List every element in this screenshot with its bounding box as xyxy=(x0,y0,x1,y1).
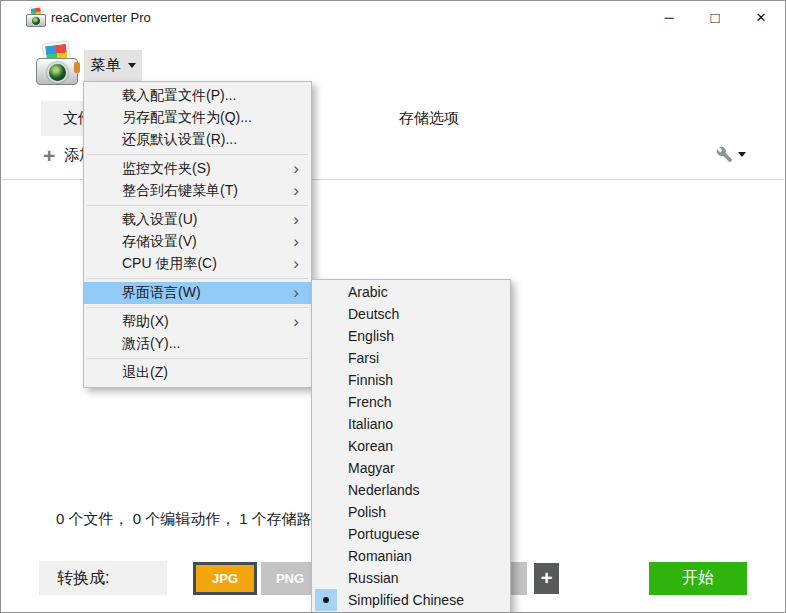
menu-item-label: 载入配置文件(P)... xyxy=(122,87,236,105)
language-item[interactable]: Simplified Chinese xyxy=(312,589,510,611)
menu-item[interactable]: 监控文件夹(S)› xyxy=(84,158,311,180)
add-format-button[interactable]: + xyxy=(534,563,559,594)
menu-separator xyxy=(87,154,308,155)
chevron-right-icon: › xyxy=(293,159,299,179)
language-submenu-popup: ArabicDeutschEnglishFarsiFinnishFrenchIt… xyxy=(311,279,511,613)
language-item[interactable]: Nederlands xyxy=(312,479,510,501)
menu-item-label: 存储设置(V) xyxy=(122,233,197,251)
chevron-right-icon: › xyxy=(293,312,299,332)
tab-save-options-label: 存储选项 xyxy=(399,109,459,128)
menu-separator xyxy=(87,278,308,279)
language-item-label: Arabic xyxy=(348,284,388,300)
menu-item-label: 界面语言(W) xyxy=(122,284,201,302)
chevron-right-icon: › xyxy=(293,283,299,303)
menu-item-label: 另存配置文件为(Q)... xyxy=(122,109,252,127)
chevron-right-icon: › xyxy=(293,181,299,201)
menu-separator xyxy=(87,205,308,206)
language-item[interactable]: Polish xyxy=(312,501,510,523)
close-button[interactable]: ✕ xyxy=(738,2,784,33)
app-window: reaConverter Pro ─ □ ✕ 菜单 文件 存储选项 + 添加文件… xyxy=(0,0,786,613)
language-item-label: Russian xyxy=(348,570,399,586)
menu-separator xyxy=(87,307,308,308)
menu-item-label: 载入设置(U) xyxy=(122,211,197,229)
format-button-jpg[interactable]: JPG xyxy=(193,562,257,595)
language-item-label: Farsi xyxy=(348,350,379,366)
language-item-label: French xyxy=(348,394,392,410)
language-item-label: Finnish xyxy=(348,372,393,388)
menu-item-label: 激活(Y)... xyxy=(122,335,180,353)
language-item-label: Magyar xyxy=(348,460,395,476)
language-item-label: Romanian xyxy=(348,548,412,564)
language-item-label: Deutsch xyxy=(348,306,399,322)
window-title: reaConverter Pro xyxy=(51,10,151,25)
menu-button-label: 菜单 xyxy=(91,56,121,75)
camera-lens-icon xyxy=(31,16,41,26)
menu-item[interactable]: 载入配置文件(P)... xyxy=(84,85,311,107)
convert-to-label: 转换成: xyxy=(39,561,167,595)
language-item[interactable]: Romanian xyxy=(312,545,510,567)
camera-lens-icon xyxy=(47,62,68,83)
roller-icon xyxy=(74,62,80,73)
language-item[interactable]: Finnish xyxy=(312,369,510,391)
language-item[interactable]: Italiano xyxy=(312,413,510,435)
language-item-label: Simplified Chinese xyxy=(348,592,464,608)
status-text: 0 个文件， 0 个编辑动作， 1 个存储路径 xyxy=(56,510,327,529)
chevron-right-icon: › xyxy=(293,210,299,230)
menu-item-label: 退出(Z) xyxy=(122,364,168,382)
language-item-label: English xyxy=(348,328,394,344)
plus-icon: + xyxy=(43,145,55,166)
menu-popup: 载入配置文件(P)...另存配置文件为(Q)...还原默认设置(R)...监控文… xyxy=(83,81,312,388)
language-item[interactable]: Magyar xyxy=(312,457,510,479)
language-item-label: Portuguese xyxy=(348,526,420,542)
chevron-right-icon: › xyxy=(293,232,299,252)
menu-item-label: CPU 使用率(C) xyxy=(122,255,217,273)
minimize-button[interactable]: ─ xyxy=(646,2,692,33)
menu-item[interactable]: 载入设置(U)› xyxy=(84,209,311,231)
menu-item[interactable]: 退出(Z) xyxy=(84,362,311,384)
language-item[interactable]: Korean xyxy=(312,435,510,457)
language-item[interactable]: Deutsch xyxy=(312,303,510,325)
window-controls: ─ □ ✕ xyxy=(646,2,784,33)
menu-item[interactable]: 存储设置(V)› xyxy=(84,231,311,253)
menu-item[interactable]: CPU 使用率(C)› xyxy=(84,253,311,275)
menu-button[interactable]: 菜单 xyxy=(84,50,142,81)
chevron-down-icon xyxy=(128,63,136,68)
app-icon xyxy=(26,7,46,27)
language-item[interactable]: Arabic xyxy=(312,281,510,303)
menu-item-label: 整合到右键菜单(T) xyxy=(122,182,238,200)
chevron-right-icon: › xyxy=(293,254,299,274)
menu-item[interactable]: 界面语言(W)› xyxy=(84,282,311,304)
wrench-icon xyxy=(716,146,733,163)
tab-save-options[interactable]: 存储选项 xyxy=(366,101,492,136)
menu-item-label: 帮助(X) xyxy=(122,313,169,331)
chevron-down-icon xyxy=(738,152,746,157)
file-options-button[interactable] xyxy=(712,141,750,167)
menu-item[interactable]: 激活(Y)... xyxy=(84,333,311,355)
language-item-label: Polish xyxy=(348,504,386,520)
menu-item[interactable]: 还原默认设置(R)... xyxy=(84,129,311,151)
language-item[interactable]: Portuguese xyxy=(312,523,510,545)
menu-item-label: 还原默认设置(R)... xyxy=(122,131,237,149)
menu-item[interactable]: 整合到右键菜单(T)› xyxy=(84,180,311,202)
maximize-button[interactable]: □ xyxy=(692,2,738,33)
menu-item[interactable]: 另存配置文件为(Q)... xyxy=(84,107,311,129)
language-item[interactable]: Farsi xyxy=(312,347,510,369)
language-item[interactable]: English xyxy=(312,325,510,347)
language-item-label: Italiano xyxy=(348,416,393,432)
language-item[interactable]: Russian xyxy=(312,567,510,589)
title-bar: reaConverter Pro ─ □ ✕ xyxy=(1,1,785,33)
menu-item[interactable]: 帮助(X)› xyxy=(84,311,311,333)
language-item-label: Nederlands xyxy=(348,482,420,498)
app-logo xyxy=(34,43,80,89)
language-item-label: Korean xyxy=(348,438,393,454)
start-button[interactable]: 开始 xyxy=(649,562,747,595)
menu-item-label: 监控文件夹(S) xyxy=(122,160,211,178)
selected-radio-icon xyxy=(315,589,337,611)
language-item[interactable]: French xyxy=(312,391,510,413)
menu-separator xyxy=(87,358,308,359)
